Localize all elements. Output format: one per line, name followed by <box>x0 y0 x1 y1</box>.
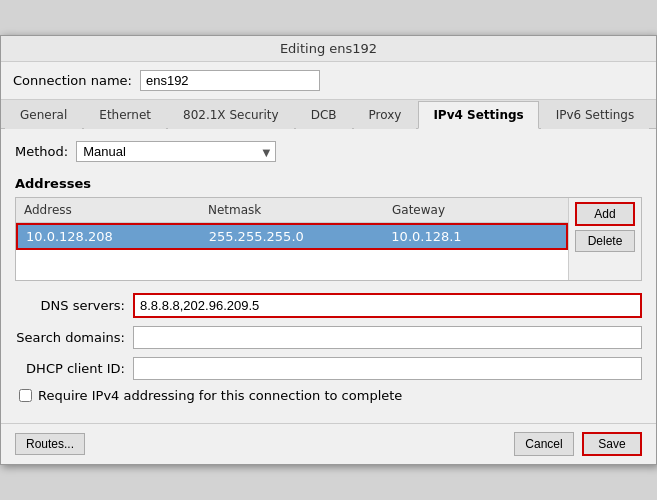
col-address: Address <box>16 201 200 219</box>
checkbox-label: Require IPv4 addressing for this connect… <box>38 388 402 403</box>
search-label: Search domains: <box>15 330 125 345</box>
main-window: Editing ens192 Connection name: General … <box>0 35 657 465</box>
method-label: Method: <box>15 144 68 159</box>
tab-dcb[interactable]: DCB <box>296 101 352 129</box>
table-buttons: Add Delete <box>568 198 641 280</box>
method-select-wrapper: Manual Automatic (DHCP) Link-Local Only … <box>76 141 276 162</box>
window-title: Editing ens192 <box>280 41 377 56</box>
addresses-section: Addresses Address Netmask Gateway 10.0.1… <box>15 176 642 281</box>
bottom-right-buttons: Cancel Save <box>514 432 642 456</box>
cancel-button[interactable]: Cancel <box>514 432 574 456</box>
tab-ethernet[interactable]: Ethernet <box>84 101 166 129</box>
add-button[interactable]: Add <box>575 202 635 226</box>
cell-address: 10.0.128.208 <box>18 225 201 248</box>
tab-8021x[interactable]: 802.1X Security <box>168 101 294 129</box>
search-row: Search domains: <box>15 326 642 349</box>
delete-button[interactable]: Delete <box>575 230 635 252</box>
tab-general[interactable]: General <box>5 101 82 129</box>
tabs-bar: General Ethernet 802.1X Security DCB Pro… <box>1 100 656 129</box>
connection-name-label: Connection name: <box>13 73 132 88</box>
connection-name-row: Connection name: <box>1 62 656 100</box>
col-gateway: Gateway <box>384 201 568 219</box>
bottom-buttons: Routes... Cancel Save <box>1 423 656 464</box>
ipv4-required-checkbox[interactable] <box>19 389 32 402</box>
dns-label: DNS servers: <box>15 298 125 313</box>
addresses-section-title: Addresses <box>15 176 642 191</box>
routes-button[interactable]: Routes... <box>15 433 85 455</box>
tab-proxy[interactable]: Proxy <box>354 101 417 129</box>
content-area: Method: Manual Automatic (DHCP) Link-Loc… <box>1 129 656 423</box>
method-select[interactable]: Manual Automatic (DHCP) Link-Local Only … <box>76 141 276 162</box>
dhcp-input[interactable] <box>133 357 642 380</box>
addresses-table: Address Netmask Gateway 10.0.128.208 255… <box>16 198 568 280</box>
dns-row: DNS servers: <box>15 293 642 318</box>
method-row: Method: Manual Automatic (DHCP) Link-Loc… <box>15 141 642 162</box>
dhcp-row: DHCP client ID: <box>15 357 642 380</box>
dhcp-label: DHCP client ID: <box>15 361 125 376</box>
table-header: Address Netmask Gateway <box>16 198 568 223</box>
connection-name-input[interactable] <box>140 70 320 91</box>
tab-ipv4[interactable]: IPv4 Settings <box>418 101 538 129</box>
dns-input[interactable] <box>133 293 642 318</box>
addresses-table-wrapper: Address Netmask Gateway 10.0.128.208 255… <box>15 197 642 281</box>
search-input[interactable] <box>133 326 642 349</box>
cell-netmask: 255.255.255.0 <box>201 225 384 248</box>
col-netmask: Netmask <box>200 201 384 219</box>
save-button[interactable]: Save <box>582 432 642 456</box>
checkbox-row: Require IPv4 addressing for this connect… <box>15 388 642 403</box>
tab-ipv6[interactable]: IPv6 Settings <box>541 101 650 129</box>
table-row[interactable]: 10.0.128.208 255.255.255.0 10.0.128.1 <box>16 223 568 250</box>
cell-gateway: 10.0.128.1 <box>383 225 566 248</box>
title-bar: Editing ens192 <box>1 36 656 62</box>
table-empty-row <box>16 250 568 280</box>
